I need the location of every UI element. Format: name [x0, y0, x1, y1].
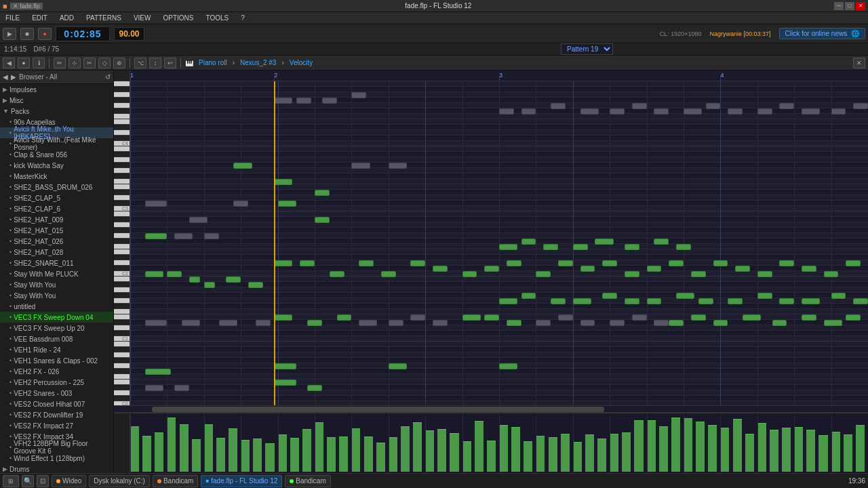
- note-45[interactable]: [802, 266, 816, 272]
- note-6[interactable]: [204, 233, 219, 239]
- note-104[interactable]: [802, 108, 820, 115]
- velocity-bar-54[interactable]: [794, 427, 803, 472]
- velocity-bar-18[interactable]: [351, 428, 360, 472]
- velocity-bar-38[interactable]: [597, 439, 606, 472]
- note-61[interactable]: [507, 320, 521, 326]
- note-96[interactable]: [610, 108, 625, 115]
- piano-key-7[interactable]: [114, 119, 130, 125]
- sidebar-item-15[interactable]: •SHE2_HAT_028: [0, 247, 113, 258]
- menu-add[interactable]: ADD: [57, 14, 77, 22]
- menu-options[interactable]: OPTIONS: [160, 14, 196, 22]
- piano-roll-container[interactable]: 12345 C4C3C2C1C0: [114, 70, 868, 473]
- pr-undo-btn[interactable]: ↩: [164, 58, 176, 68]
- note-97[interactable]: [632, 103, 647, 109]
- velocity-bar-26[interactable]: [450, 433, 458, 472]
- piano-key-17[interactable]: [114, 174, 130, 179]
- velocity-bar-9[interactable]: [241, 440, 250, 472]
- piano-key-13[interactable]: [114, 152, 130, 157]
- note-63[interactable]: [558, 314, 573, 321]
- piano-key-31[interactable]: [114, 249, 130, 255]
- note-111[interactable]: [602, 293, 617, 299]
- note-21[interactable]: [226, 277, 241, 283]
- velocity-bar-42[interactable]: [647, 420, 656, 472]
- velocity-bar-22[interactable]: [401, 426, 410, 472]
- note-87[interactable]: [573, 244, 588, 250]
- note-81[interactable]: [174, 385, 189, 391]
- note-89[interactable]: [625, 244, 639, 250]
- note-25[interactable]: [330, 271, 344, 277]
- sidebar-item-20[interactable]: •untitled: [0, 301, 113, 312]
- note-114[interactable]: [676, 293, 694, 299]
- note-24[interactable]: [300, 260, 315, 266]
- velocity-bar-2[interactable]: [155, 432, 163, 472]
- note-56[interactable]: [389, 320, 403, 326]
- note-7[interactable]: [233, 163, 252, 169]
- sidebar-item-9[interactable]: •SHE2_BASS_DRUM_026: [0, 182, 113, 192]
- note-53[interactable]: [307, 320, 322, 326]
- note-19[interactable]: [189, 277, 200, 283]
- sidebar-item-2[interactable]: ▼Packs: [0, 106, 113, 117]
- hscroll-thumb[interactable]: [152, 407, 604, 412]
- piano-key-53[interactable]: [114, 369, 130, 374]
- piano-key-3[interactable]: [114, 98, 130, 103]
- note-16[interactable]: [315, 217, 330, 223]
- piano-key-6[interactable]: [114, 114, 130, 119]
- pr-zoom-btn[interactable]: ⊕: [113, 58, 125, 68]
- piano-key-16[interactable]: [114, 168, 130, 174]
- note-101[interactable]: [728, 108, 743, 115]
- velocity-bar-37[interactable]: [585, 434, 594, 472]
- note-94[interactable]: [551, 103, 566, 109]
- note-98[interactable]: [654, 108, 669, 115]
- record-button[interactable]: ●: [38, 28, 52, 40]
- note-83[interactable]: [307, 385, 322, 391]
- piano-key-33[interactable]: [114, 260, 130, 266]
- sidebar-item-12[interactable]: •SHE2_HAT_009: [0, 214, 113, 225]
- note-0[interactable]: [274, 98, 292, 104]
- note-59[interactable]: [462, 314, 481, 321]
- sidebar-item-13[interactable]: •SHE2_HAT_015: [0, 225, 113, 236]
- note-31[interactable]: [484, 266, 499, 272]
- velocity-bar-32[interactable]: [524, 441, 532, 472]
- velocity-bar-23[interactable]: [413, 422, 422, 472]
- velocity-bar-43[interactable]: [659, 426, 668, 472]
- note-49[interactable]: [182, 320, 200, 326]
- sidebar-item-16[interactable]: •SHE2_SNARE_011: [0, 258, 113, 268]
- note-100[interactable]: [706, 103, 721, 109]
- note-46[interactable]: [824, 271, 839, 277]
- note-67[interactable]: [654, 320, 669, 326]
- pattern-selector[interactable]: Pattern 19: [561, 43, 613, 55]
- piano-key-20[interactable]: [114, 190, 130, 195]
- velocity-bar-17[interactable]: [339, 436, 348, 472]
- piano-key-32[interactable]: [114, 255, 130, 260]
- note-5[interactable]: [174, 233, 193, 239]
- pr-close-btn[interactable]: ✕: [853, 58, 865, 68]
- velocity-bar-57[interactable]: [831, 432, 840, 472]
- note-32[interactable]: [507, 260, 521, 266]
- velocity-bar-50[interactable]: [745, 434, 754, 472]
- taskbar-wideo[interactable]: Wideo: [52, 475, 86, 487]
- velocity-bar-39[interactable]: [610, 434, 618, 472]
- piano-key-27[interactable]: [114, 228, 130, 233]
- note-74[interactable]: [824, 320, 842, 326]
- note-103[interactable]: [779, 103, 794, 109]
- note-84[interactable]: [499, 244, 517, 250]
- note-55[interactable]: [359, 320, 377, 326]
- note-33[interactable]: [536, 271, 551, 277]
- velocity-bar-12[interactable]: [278, 434, 287, 472]
- note-2[interactable]: [322, 98, 337, 104]
- menu-help[interactable]: ?: [238, 14, 248, 22]
- velocity-bar-41[interactable]: [634, 420, 643, 472]
- piano-key-34[interactable]: [114, 266, 130, 271]
- velocity-bar-16[interactable]: [327, 437, 336, 472]
- roll-grid[interactable]: [130, 81, 868, 405]
- note-113[interactable]: [647, 298, 662, 304]
- velocity-bar-46[interactable]: [696, 422, 705, 472]
- note-30[interactable]: [462, 271, 477, 277]
- velocity-bar-40[interactable]: [622, 432, 631, 472]
- note-44[interactable]: [779, 260, 794, 266]
- piano-key-26[interactable]: [114, 222, 130, 228]
- note-66[interactable]: [632, 314, 647, 321]
- note-36[interactable]: [602, 260, 617, 266]
- piano-key-22[interactable]: [114, 201, 130, 206]
- sidebar-item-11[interactable]: •SHE2_CLAP_6: [0, 203, 113, 214]
